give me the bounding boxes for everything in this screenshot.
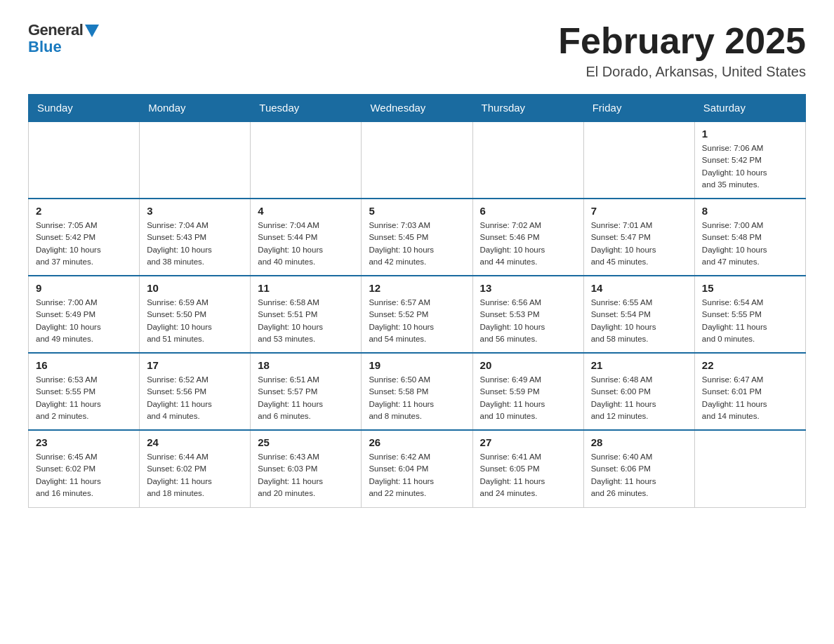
calendar-cell — [472, 121, 583, 199]
day-info: Sunrise: 7:00 AM Sunset: 5:49 PM Dayligh… — [36, 297, 132, 345]
day-info: Sunrise: 6:54 AM Sunset: 5:55 PM Dayligh… — [702, 297, 798, 345]
day-info: Sunrise: 6:45 AM Sunset: 6:02 PM Dayligh… — [36, 451, 132, 499]
day-number: 21 — [591, 359, 687, 371]
day-info: Sunrise: 6:53 AM Sunset: 5:55 PM Dayligh… — [36, 374, 132, 422]
calendar-cell: 3Sunrise: 7:04 AM Sunset: 5:43 PM Daylig… — [140, 199, 251, 276]
day-info: Sunrise: 6:56 AM Sunset: 5:53 PM Dayligh… — [480, 297, 576, 345]
day-info: Sunrise: 6:58 AM Sunset: 5:51 PM Dayligh… — [258, 297, 354, 345]
day-number: 14 — [591, 282, 687, 294]
logo: General Blue — [28, 21, 99, 56]
calendar-cell — [251, 121, 362, 199]
day-info: Sunrise: 7:06 AM Sunset: 5:42 PM Dayligh… — [702, 142, 798, 191]
calendar-cell: 21Sunrise: 6:48 AM Sunset: 6:00 PM Dayli… — [583, 353, 694, 430]
location-text: El Dorado, Arkansas, United States — [558, 64, 806, 80]
calendar-cell: 4Sunrise: 7:04 AM Sunset: 5:44 PM Daylig… — [251, 199, 362, 276]
weekday-header-saturday: Saturday — [694, 95, 805, 122]
day-number: 22 — [702, 359, 798, 371]
day-number: 7 — [591, 205, 687, 217]
day-info: Sunrise: 6:47 AM Sunset: 6:01 PM Dayligh… — [702, 374, 798, 422]
day-info: Sunrise: 6:43 AM Sunset: 6:03 PM Dayligh… — [258, 451, 354, 499]
weekday-header-wednesday: Wednesday — [362, 95, 472, 122]
calendar-cell: 13Sunrise: 6:56 AM Sunset: 5:53 PM Dayli… — [472, 276, 583, 353]
day-info: Sunrise: 6:55 AM Sunset: 5:54 PM Dayligh… — [591, 297, 687, 345]
day-number: 9 — [36, 282, 132, 294]
day-number: 8 — [702, 205, 798, 217]
calendar-cell — [583, 121, 694, 199]
day-number: 24 — [147, 436, 243, 448]
day-number: 17 — [147, 359, 243, 371]
calendar-cell: 5Sunrise: 7:03 AM Sunset: 5:45 PM Daylig… — [362, 199, 472, 276]
calendar-cell: 11Sunrise: 6:58 AM Sunset: 5:51 PM Dayli… — [251, 276, 362, 353]
day-info: Sunrise: 6:49 AM Sunset: 5:59 PM Dayligh… — [480, 374, 576, 422]
weekday-header-friday: Friday — [583, 95, 694, 122]
day-info: Sunrise: 7:00 AM Sunset: 5:48 PM Dayligh… — [702, 220, 798, 268]
day-info: Sunrise: 7:04 AM Sunset: 5:44 PM Dayligh… — [258, 220, 354, 268]
calendar-cell — [29, 121, 140, 199]
day-info: Sunrise: 6:48 AM Sunset: 6:00 PM Dayligh… — [591, 374, 687, 422]
calendar-cell: 14Sunrise: 6:55 AM Sunset: 5:54 PM Dayli… — [583, 276, 694, 353]
calendar-cell: 9Sunrise: 7:00 AM Sunset: 5:49 PM Daylig… — [29, 276, 140, 353]
day-number: 13 — [480, 282, 576, 294]
day-info: Sunrise: 7:02 AM Sunset: 5:46 PM Dayligh… — [480, 220, 576, 268]
day-info: Sunrise: 6:41 AM Sunset: 6:05 PM Dayligh… — [480, 451, 576, 499]
logo-blue-text: Blue — [28, 38, 62, 56]
calendar-cell: 24Sunrise: 6:44 AM Sunset: 6:02 PM Dayli… — [140, 430, 251, 507]
day-number: 2 — [36, 205, 132, 217]
day-info: Sunrise: 6:51 AM Sunset: 5:57 PM Dayligh… — [258, 374, 354, 422]
page-header: General Blue February 2025 El Dorado, Ar… — [28, 21, 806, 80]
calendar-cell: 8Sunrise: 7:00 AM Sunset: 5:48 PM Daylig… — [694, 199, 805, 276]
calendar-cell: 7Sunrise: 7:01 AM Sunset: 5:47 PM Daylig… — [583, 199, 694, 276]
calendar-cell — [140, 121, 251, 199]
calendar-cell: 26Sunrise: 6:42 AM Sunset: 6:04 PM Dayli… — [362, 430, 472, 507]
weekday-header-thursday: Thursday — [472, 95, 583, 122]
day-info: Sunrise: 6:50 AM Sunset: 5:58 PM Dayligh… — [369, 374, 465, 422]
day-number: 12 — [369, 282, 465, 294]
week-row-5: 23Sunrise: 6:45 AM Sunset: 6:02 PM Dayli… — [29, 430, 806, 507]
day-info: Sunrise: 6:57 AM Sunset: 5:52 PM Dayligh… — [369, 297, 465, 345]
day-number: 25 — [258, 436, 354, 448]
calendar-cell: 12Sunrise: 6:57 AM Sunset: 5:52 PM Dayli… — [362, 276, 472, 353]
day-info: Sunrise: 7:01 AM Sunset: 5:47 PM Dayligh… — [591, 220, 687, 268]
day-info: Sunrise: 6:44 AM Sunset: 6:02 PM Dayligh… — [147, 451, 243, 499]
day-number: 5 — [369, 205, 465, 217]
day-number: 15 — [702, 282, 798, 294]
day-info: Sunrise: 6:40 AM Sunset: 6:06 PM Dayligh… — [591, 451, 687, 499]
day-number: 6 — [480, 205, 576, 217]
calendar-cell: 2Sunrise: 7:05 AM Sunset: 5:42 PM Daylig… — [29, 199, 140, 276]
logo-triangle-icon — [85, 25, 99, 37]
week-row-1: 1Sunrise: 7:06 AM Sunset: 5:42 PM Daylig… — [29, 121, 806, 199]
calendar-cell — [694, 430, 805, 507]
day-info: Sunrise: 6:42 AM Sunset: 6:04 PM Dayligh… — [369, 451, 465, 499]
weekday-header-row: SundayMondayTuesdayWednesdayThursdayFrid… — [29, 95, 806, 122]
calendar-cell — [362, 121, 472, 199]
logo-general-text: General — [28, 21, 83, 39]
day-number: 1 — [702, 128, 798, 140]
day-number: 3 — [147, 205, 243, 217]
calendar-cell: 20Sunrise: 6:49 AM Sunset: 5:59 PM Dayli… — [472, 353, 583, 430]
month-title: February 2025 — [558, 21, 806, 61]
title-section: February 2025 El Dorado, Arkansas, Unite… — [558, 21, 806, 80]
weekday-header-sunday: Sunday — [29, 95, 140, 122]
calendar-cell: 27Sunrise: 6:41 AM Sunset: 6:05 PM Dayli… — [472, 430, 583, 507]
calendar-cell: 23Sunrise: 6:45 AM Sunset: 6:02 PM Dayli… — [29, 430, 140, 507]
day-number: 20 — [480, 359, 576, 371]
day-number: 18 — [258, 359, 354, 371]
day-info: Sunrise: 6:52 AM Sunset: 5:56 PM Dayligh… — [147, 374, 243, 422]
week-row-2: 2Sunrise: 7:05 AM Sunset: 5:42 PM Daylig… — [29, 199, 806, 276]
day-number: 26 — [369, 436, 465, 448]
calendar-cell: 15Sunrise: 6:54 AM Sunset: 5:55 PM Dayli… — [694, 276, 805, 353]
calendar-cell: 18Sunrise: 6:51 AM Sunset: 5:57 PM Dayli… — [251, 353, 362, 430]
day-number: 11 — [258, 282, 354, 294]
weekday-header-tuesday: Tuesday — [251, 95, 362, 122]
day-info: Sunrise: 7:05 AM Sunset: 5:42 PM Dayligh… — [36, 220, 132, 268]
day-number: 27 — [480, 436, 576, 448]
day-info: Sunrise: 7:04 AM Sunset: 5:43 PM Dayligh… — [147, 220, 243, 268]
calendar-cell: 10Sunrise: 6:59 AM Sunset: 5:50 PM Dayli… — [140, 276, 251, 353]
day-info: Sunrise: 6:59 AM Sunset: 5:50 PM Dayligh… — [147, 297, 243, 345]
day-number: 28 — [591, 436, 687, 448]
calendar-cell: 16Sunrise: 6:53 AM Sunset: 5:55 PM Dayli… — [29, 353, 140, 430]
day-number: 10 — [147, 282, 243, 294]
calendar-cell: 17Sunrise: 6:52 AM Sunset: 5:56 PM Dayli… — [140, 353, 251, 430]
calendar-table: SundayMondayTuesdayWednesdayThursdayFrid… — [28, 94, 806, 508]
calendar-cell: 19Sunrise: 6:50 AM Sunset: 5:58 PM Dayli… — [362, 353, 472, 430]
